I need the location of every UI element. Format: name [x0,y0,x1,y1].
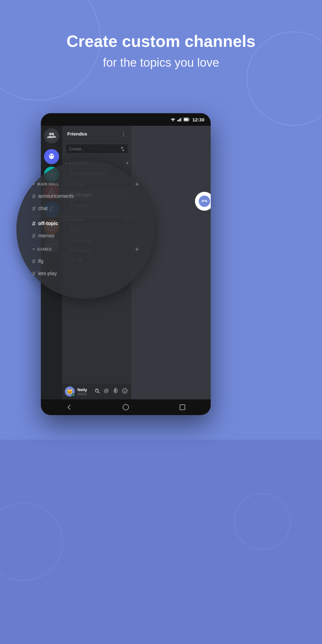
promo-bottom [0,440,322,644]
channel-name-letsplay: lets-play [75,238,91,243]
server-icon-overwatch[interactable] [44,219,59,235]
hash-icon-offtopic: # [70,192,73,198]
svg-rect-29 [180,405,185,410]
add-member-icon[interactable] [119,146,125,151]
zoom-chevron-main: ▼ [32,182,35,186]
svg-point-26 [203,200,203,201]
channel-name-announcements: announcements [75,171,106,176]
search-text: Create... [69,147,85,151]
server-divider [47,146,57,147]
app-content: F ··· Friendos ⋮ [41,126,211,399]
phone-mockup: 12:30 [41,113,211,415]
nav-home-button[interactable] [119,401,132,414]
chevron-icon-games: ▼ [65,218,68,221]
channel-panel: Friendos ⋮ Create... ▼ MAIN HALL + [62,126,131,399]
voice-icon-team2 [70,248,74,253]
channel-name-memes: memes [75,203,89,208]
channel-item-afk[interactable]: afk [65,255,129,264]
svg-point-11 [51,173,53,175]
hash-icon-announcements: # [70,170,73,177]
nav-back-button[interactable] [63,401,75,414]
settings-icon[interactable] [111,387,119,397]
user-actions: @ [93,387,129,397]
header-subtitle: for the topics you love [0,56,322,69]
header-title: Create custom channels [0,31,322,51]
channel-header: Friendos ⋮ [62,126,131,142]
channel-item-announcements[interactable]: # announcements [65,168,129,179]
server-icon-apex[interactable] [44,184,59,199]
online-indicator [72,393,75,397]
svg-point-8 [50,155,51,156]
category-main-hall[interactable]: ▼ MAIN HALL + [62,158,131,168]
status-icons [170,118,190,121]
zoom-hash-offtopic: # [32,220,36,227]
battery-icon [184,118,190,121]
svg-rect-1 [179,119,180,121]
chevron-icon: ▼ [65,162,68,165]
add-channel-games-icon[interactable]: + [125,216,129,223]
channel-item-memes[interactable]: # memes [65,200,129,211]
channel-name-chat: chat [75,182,83,187]
signal-icon [177,118,182,121]
server-icon-fortnite[interactable]: F [44,202,59,217]
server-icon-friends[interactable] [44,128,59,143]
channel-name-lfg: lfg [75,227,80,232]
status-time: 12:30 [192,117,204,122]
server-icon-brain[interactable] [44,149,59,164]
svg-point-16 [51,226,52,228]
user-avatar: 🐱 [65,386,75,397]
svg-point-22 [125,390,126,391]
category-games-name: ▼ GAMES [65,218,82,222]
channel-item-team2[interactable]: team-2 [65,246,129,255]
svg-line-18 [98,392,99,393]
hash-icon-letsplay: # [70,237,73,244]
svg-point-27 [206,200,206,201]
zoom-hash-memes: # [32,232,36,240]
server-icon-league[interactable] [44,167,59,182]
svg-rect-0 [177,120,178,121]
server-name: Friendos [67,131,87,136]
main-area [131,126,211,399]
svg-rect-3 [181,118,182,121]
user-area: 🐱 Nelly #0001 [62,384,131,399]
mascot-avatar [195,192,211,211]
svg-point-9 [52,155,53,156]
channel-item-offtopic[interactable]: # off-topic [65,190,129,200]
zoom-hash-announcements: # [32,193,36,200]
user-tag: #0001 [77,392,91,396]
hash-icon-memes: # [70,202,73,209]
channel-name-team2: team-2 [76,248,90,253]
server-options-icon[interactable]: ⋮ [121,130,126,137]
svg-point-28 [123,404,129,410]
svg-rect-5 [189,119,189,120]
wifi-icon [170,118,175,121]
svg-point-20 [123,388,127,393]
hash-icon-chat: # [70,181,73,187]
nav-recents-button[interactable] [176,401,189,414]
channel-item-chat[interactable]: # chat [65,179,129,189]
voice-icon-afk [70,257,74,263]
category-games[interactable]: ▼ GAMES + [62,214,131,224]
search-bar[interactable]: Create... [66,144,128,153]
category-main-hall-name: ▼ MAIN HALL [65,162,89,165]
hash-icon-lfg: # [70,226,73,233]
status-bar: 12:30 [41,113,211,126]
emoji-icon[interactable] [121,387,129,397]
svg-point-21 [124,390,125,391]
add-channel-main-icon[interactable]: + [125,160,129,167]
channel-item-lfg[interactable]: # lfg [65,225,129,235]
server-icon-extra[interactable]: ··· [44,237,59,252]
user-name: Nelly [77,387,91,392]
zoom-chevron-games: ▼ [32,247,35,251]
server-sidebar: F ··· [41,126,62,399]
svg-rect-2 [180,118,181,121]
find-friends-icon[interactable] [93,387,101,397]
channels-list: ▼ MAIN HALL + # announcements # chat [62,156,131,384]
nav-bar [41,399,211,415]
channel-name-afk: afk [76,258,82,263]
user-info: Nelly #0001 [77,387,91,396]
discord-mascot [195,192,211,211]
mention-icon[interactable]: @ [103,387,110,397]
channel-item-letsplay[interactable]: # lets-play [65,235,129,246]
zoom-hash-chat: # [32,205,36,212]
